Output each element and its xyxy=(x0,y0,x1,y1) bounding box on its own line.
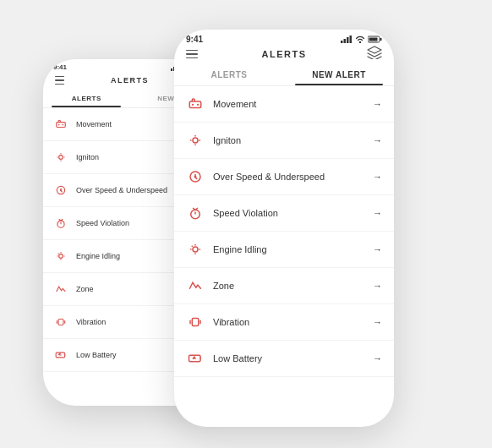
svg-rect-29 xyxy=(189,101,201,108)
battery-icon xyxy=(368,36,382,43)
svg-line-37 xyxy=(192,246,193,247)
list-item[interactable]: Low Battery → xyxy=(174,341,394,377)
list-item[interactable]: Movement → xyxy=(174,86,394,123)
svg-rect-22 xyxy=(344,39,347,43)
layers-icon[interactable] xyxy=(367,46,382,63)
alert-label: Zone xyxy=(213,281,364,291)
overspeed-icon xyxy=(186,167,205,186)
signal-icon xyxy=(341,36,353,43)
tab-new-alert-front[interactable]: NEW ALERT xyxy=(284,64,394,85)
ignition-icon xyxy=(186,131,205,150)
svg-point-25 xyxy=(359,41,361,43)
list-item[interactable]: Zone → xyxy=(174,268,394,304)
alert-label: Over Speed & Underspeed xyxy=(213,172,364,182)
list-item[interactable]: Speed Violation → xyxy=(174,195,394,232)
alert-list-front: Movement → Igniton → Over Speed & Un xyxy=(174,86,394,427)
engine-idling-icon xyxy=(52,247,70,265)
alert-label: Movement xyxy=(213,99,364,109)
list-item[interactable]: Over Speed & Underspeed → xyxy=(174,159,394,195)
alert-label: Speed Violation xyxy=(213,208,364,218)
app-header-front: ALERTS xyxy=(174,46,394,64)
header-title-front: ALERTS xyxy=(262,49,307,59)
engine-idling-icon xyxy=(186,240,205,259)
svg-rect-28 xyxy=(380,38,382,41)
hamburger-icon-front[interactable] xyxy=(186,50,198,59)
ignition-icon xyxy=(52,148,70,167)
list-item[interactable]: Engine Idling → xyxy=(174,232,394,268)
hamburger-icon-back[interactable] xyxy=(55,76,64,85)
arrow-icon: → xyxy=(373,135,382,145)
alert-label: Engine Idling xyxy=(213,244,364,254)
svg-point-12 xyxy=(60,189,61,190)
header-title-back: ALERTS xyxy=(111,76,149,85)
overspeed-icon xyxy=(52,181,70,199)
movement-icon xyxy=(52,115,70,134)
arrow-icon: → xyxy=(373,353,382,363)
vibration-icon xyxy=(186,313,205,331)
scene: 9:41 ALERTS ALERTS NEW A... xyxy=(26,17,466,431)
svg-rect-16 xyxy=(58,320,63,325)
low-battery-icon xyxy=(186,349,205,368)
speed-violation-icon xyxy=(52,214,70,232)
status-icons-front xyxy=(341,36,382,43)
arrow-icon: → xyxy=(373,317,382,327)
arrow-icon: → xyxy=(373,99,382,109)
svg-rect-38 xyxy=(192,319,199,326)
svg-point-14 xyxy=(59,254,63,259)
alert-label: Vibration xyxy=(213,317,364,327)
svg-point-34 xyxy=(194,176,196,178)
wifi-icon xyxy=(355,36,365,43)
vibration-icon xyxy=(52,313,70,331)
arrow-icon: → xyxy=(373,172,382,182)
status-bar-front: 9:41 xyxy=(174,30,394,46)
tab-alerts-back[interactable]: ALERTS xyxy=(43,90,130,107)
svg-point-36 xyxy=(193,247,198,252)
time-front: 9:41 xyxy=(186,35,203,44)
svg-point-31 xyxy=(197,104,199,106)
low-battery-icon xyxy=(52,346,70,364)
phone-front: 9:41 ALERTS xyxy=(174,30,394,427)
svg-rect-24 xyxy=(350,36,353,43)
svg-rect-7 xyxy=(57,123,66,128)
tabs-front: ALERTS NEW ALERT xyxy=(174,64,394,86)
arrow-icon: → xyxy=(373,244,382,254)
svg-point-30 xyxy=(192,104,194,106)
svg-rect-27 xyxy=(369,38,378,41)
arrow-icon: → xyxy=(373,281,382,291)
speed-violation-icon xyxy=(186,204,205,222)
svg-point-9 xyxy=(62,124,63,126)
alert-label: Igniton xyxy=(213,135,364,145)
svg-rect-0 xyxy=(171,68,172,71)
svg-rect-21 xyxy=(341,41,343,43)
tab-alerts-front[interactable]: ALERTS xyxy=(174,64,284,85)
svg-point-8 xyxy=(58,124,60,126)
svg-point-10 xyxy=(59,156,63,160)
svg-point-13 xyxy=(57,221,64,227)
svg-line-15 xyxy=(58,254,59,254)
alert-label: Low Battery xyxy=(213,353,364,363)
list-item[interactable]: Igniton → xyxy=(174,123,394,159)
movement-icon xyxy=(186,95,205,113)
arrow-icon: → xyxy=(373,208,382,218)
svg-point-32 xyxy=(193,138,198,143)
zone-icon xyxy=(52,280,70,298)
list-item[interactable]: Vibration → xyxy=(174,304,394,341)
time-back: 9:41 xyxy=(53,63,67,71)
zone-icon xyxy=(186,276,205,295)
svg-rect-23 xyxy=(347,37,349,43)
